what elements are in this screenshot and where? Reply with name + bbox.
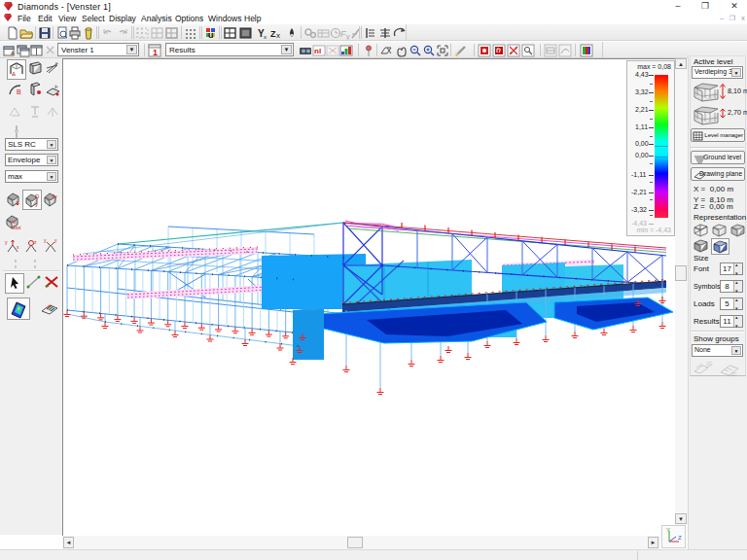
horizontal-scroll-thumb[interactable] — [347, 537, 363, 548]
representation-shaded-button[interactable] — [729, 223, 747, 239]
align-center-button[interactable] — [378, 26, 392, 40]
scroll-down-button[interactable]: ▼ — [675, 513, 687, 524]
representation-rendered-button[interactable] — [711, 238, 729, 255]
animate-results-button[interactable] — [299, 44, 312, 57]
mdi-minimize-button[interactable]: – — [717, 15, 727, 22]
menu-display[interactable]: Display — [109, 14, 136, 23]
results-diagram-button[interactable] — [339, 44, 353, 57]
measure-button[interactable] — [25, 273, 45, 294]
grid-frame-button[interactable] — [165, 26, 179, 40]
menu-file[interactable]: File — [18, 14, 31, 23]
beam-display-button[interactable] — [26, 59, 46, 80]
level-manager-button[interactable]: Level manager — [691, 128, 745, 142]
scroll-right-button[interactable]: ► — [648, 537, 658, 548]
frame-display-button[interactable] — [7, 59, 26, 80]
open-file-button[interactable] — [19, 26, 33, 40]
column-element-button[interactable] — [26, 81, 46, 101]
close-window-button[interactable] — [44, 44, 57, 57]
align-left-button[interactable] — [364, 26, 377, 40]
font-size-spinner[interactable]: 17 — [720, 262, 743, 275]
ground-level-button[interactable]: Ground level — [691, 151, 745, 164]
close-button[interactable]: ✕ — [726, 1, 743, 12]
redo-button[interactable] — [116, 26, 129, 40]
select-pointer-button[interactable] — [5, 273, 24, 294]
rotate-view-button[interactable] — [392, 26, 406, 40]
maximize-button[interactable]: ❐ — [696, 1, 714, 12]
zoom-out-button[interactable] — [409, 44, 422, 57]
print-button[interactable] — [68, 26, 82, 40]
displacement-result-button[interactable]: Dy — [22, 190, 42, 210]
undo-button[interactable] — [101, 26, 115, 40]
tile-windows-button[interactable] — [30, 44, 44, 57]
mdi-restore-button[interactable]: ❐ — [728, 15, 737, 22]
color-scale-button[interactable] — [580, 44, 593, 57]
results-values-button[interactable]: nl — [312, 44, 326, 57]
results-combo[interactable]: Results▼ — [165, 43, 294, 56]
representation-wireframe-button[interactable] — [693, 223, 711, 239]
grid-dashed-button[interactable] — [136, 26, 150, 40]
grid-lines-button[interactable] — [151, 26, 164, 40]
results-inspect-button[interactable] — [521, 44, 535, 57]
combination-combo[interactable]: Envelope▼ — [5, 154, 58, 166]
print-preview-button[interactable] — [55, 26, 69, 40]
menu-options[interactable]: Options — [175, 14, 203, 23]
symbols-size-spinner[interactable]: 8 — [720, 280, 743, 293]
groups-combo[interactable]: None▼ — [692, 344, 743, 357]
materials-button[interactable]: u — [204, 26, 218, 40]
results-disabled-button[interactable] — [326, 44, 339, 57]
delete-selection-button[interactable] — [43, 273, 62, 294]
menu-windows[interactable]: Windows — [208, 14, 241, 23]
table-gray-button[interactable] — [544, 44, 557, 57]
model-viewport[interactable]: max = 0,08 4,43 3,32 2,21 1,11 0,00 0,00… — [62, 58, 675, 536]
level-combo[interactable]: Verdieping 3▼ — [692, 66, 743, 79]
deformation-result-button[interactable] — [4, 190, 23, 210]
rotation-result-button[interactable]: fy — [42, 190, 61, 210]
node-moments-button[interactable]: z — [22, 236, 42, 257]
representation-solid-button[interactable] — [693, 238, 711, 255]
node-reactions-button[interactable]: yy — [42, 236, 61, 257]
arc-element-button[interactable]: B — [7, 81, 26, 101]
zoom-extents-button[interactable] — [436, 44, 449, 57]
axes-y-button[interactable]: Yx — [255, 26, 268, 40]
minimize-button[interactable]: – — [669, 1, 687, 12]
results-arrows-button[interactable] — [507, 44, 520, 57]
new-window-button[interactable] — [3, 44, 17, 57]
plate-element-button[interactable] — [44, 81, 63, 101]
truss-display-button[interactable] — [44, 59, 63, 80]
envelope-combo[interactable]: max▼ — [5, 170, 58, 183]
menu-select[interactable]: Select — [82, 14, 105, 23]
loads-size-spinner[interactable]: 5 — [720, 298, 743, 310]
section-results-button[interactable] — [39, 298, 62, 320]
delete-results-button[interactable] — [82, 26, 95, 40]
menu-analysis[interactable]: Analysis — [141, 14, 172, 23]
horizontal-scrollbar[interactable]: ◄ ► — [62, 536, 660, 549]
solid-view-button[interactable] — [239, 26, 253, 40]
load-case-button[interactable]: 1 — [148, 44, 161, 57]
window-grid-button[interactable] — [224, 26, 237, 40]
node-forces-button[interactable]: yx — [4, 236, 23, 257]
menu-view[interactable]: View — [58, 14, 76, 23]
mdi-close-button[interactable]: x — [738, 15, 747, 22]
measure-pencil-button[interactable] — [454, 44, 468, 57]
results-reactions-button[interactable] — [492, 44, 506, 57]
render-drop-button[interactable] — [285, 26, 299, 40]
scroll-left-button[interactable]: ◄ — [63, 537, 74, 548]
drawing-plane-button[interactable]: Drawing plane — [691, 167, 745, 181]
grid-points-button[interactable] — [184, 26, 197, 40]
perspective-button[interactable] — [379, 44, 393, 57]
contour-plot-button[interactable] — [7, 298, 30, 320]
menu-help[interactable]: Help — [244, 14, 261, 23]
vertical-scrollbar[interactable]: ▲ ▼ — [675, 58, 688, 525]
duplicate-window-button[interactable] — [17, 44, 30, 57]
results-mesh-button[interactable] — [478, 44, 491, 57]
save-button[interactable] — [38, 26, 52, 40]
curve-gray-button[interactable] — [558, 44, 572, 57]
axes-zx-button[interactable]: Zx — [269, 26, 283, 40]
settings-gears-button[interactable] — [303, 26, 317, 40]
pin-button[interactable] — [362, 44, 375, 57]
zoom-in-button[interactable] — [422, 44, 436, 57]
scroll-up-button[interactable]: ▲ — [675, 58, 687, 69]
menu-edit[interactable]: Edit — [38, 14, 53, 23]
new-file-button[interactable] — [6, 26, 19, 40]
analysis-type-combo[interactable]: SLS RC▼ — [5, 138, 58, 151]
